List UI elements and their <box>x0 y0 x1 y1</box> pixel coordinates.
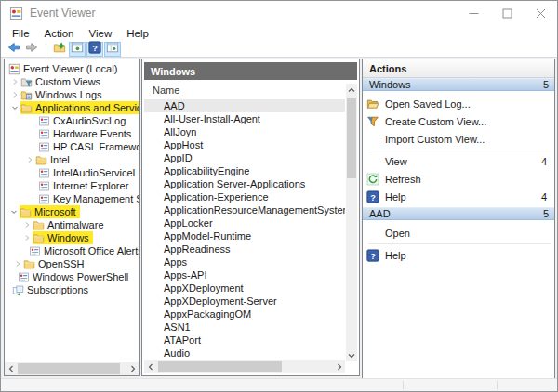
scroll-left-button[interactable] <box>144 360 156 373</box>
tree-item-label: Intel <box>50 154 70 165</box>
list-item[interactable]: AppReadiness <box>144 242 345 255</box>
list-item[interactable]: Apps <box>144 255 345 268</box>
chevron-collapsed-icon[interactable] <box>12 258 23 269</box>
event-log-icon <box>38 167 50 179</box>
collapse-glyph[interactable]: 5 <box>543 208 549 219</box>
tree-item-custom-views[interactable]: Custom Views <box>5 75 139 88</box>
collapse-glyph[interactable]: 5 <box>543 79 549 90</box>
list-item[interactable]: AppLocker <box>144 216 345 229</box>
tree-item-cxaudiosvclog[interactable]: CxAudioSvcLog <box>5 114 139 127</box>
list-horizontal-scrollbar[interactable] <box>144 360 345 373</box>
chevron-collapsed-icon[interactable] <box>24 154 35 165</box>
list-item[interactable]: Audio <box>144 346 345 359</box>
tree-item-event-viewer-local[interactable]: Event Viewer (Local) <box>5 62 139 75</box>
help-button[interactable]: ? <box>86 42 103 57</box>
tree-item-hp-casl-framework[interactable]: HP CASL Framework <box>5 140 139 153</box>
tree-item-windows[interactable]: Windows <box>5 231 139 244</box>
scroll-left-button[interactable] <box>5 362 17 375</box>
back-button[interactable] <box>6 42 22 57</box>
menu-item-view[interactable]: View <box>82 26 120 41</box>
list-item[interactable]: ATAPort <box>144 333 345 346</box>
action-item-import-custom-view[interactable]: Import Custom View... <box>363 130 554 148</box>
menu-item-help[interactable]: Help <box>119 26 156 41</box>
export-folder-button[interactable] <box>51 42 68 57</box>
chevron-expanded-icon[interactable] <box>8 206 20 217</box>
tree-item-label: Microsoft Office Alerts <box>44 245 139 256</box>
folder-icon <box>20 102 33 114</box>
list-item[interactable]: AppxPackagingOM <box>144 307 345 320</box>
tree-item-openssh[interactable]: OpenSSH <box>5 257 139 270</box>
menu-item-action[interactable]: Action <box>37 26 82 41</box>
action-item-view[interactable]: View4 <box>363 152 554 170</box>
list-item[interactable]: All-User-Install-Agent <box>144 112 345 125</box>
list-item[interactable]: ApplicabilityEngine <box>144 164 345 177</box>
tree-item-internet-explorer[interactable]: Internet Explorer <box>5 179 139 192</box>
tree-item-label: Hardware Events <box>53 128 131 139</box>
list-item[interactable]: Application Server-Applications <box>144 177 345 190</box>
forward-button[interactable] <box>23 42 40 57</box>
scrollbar-thumb[interactable] <box>18 363 120 374</box>
chevron-collapsed-icon[interactable] <box>21 232 33 243</box>
scroll-right-button[interactable] <box>333 360 345 373</box>
list-item[interactable]: AppXDeployment-Server <box>144 294 345 307</box>
list-item[interactable]: AppXDeployment <box>144 281 345 294</box>
console-window-button[interactable] <box>69 42 86 57</box>
list-item[interactable]: ASN1 <box>144 320 345 333</box>
tree-item-intelaudioservicelog[interactable]: IntelAudioServiceLog <box>5 166 139 179</box>
scroll-down-button[interactable] <box>346 349 357 361</box>
scroll-down-icon <box>348 352 355 359</box>
list-item[interactable]: Application-Experience <box>144 190 345 203</box>
tree-item-key-management-service[interactable]: Key Management Service <box>5 192 139 205</box>
list-item[interactable]: AllJoyn <box>144 125 345 138</box>
tree-item-hardware-events[interactable]: Hardware Events <box>5 127 139 140</box>
scroll-up-button[interactable] <box>346 84 357 96</box>
action-item-help[interactable]: ?Help4 <box>363 188 554 205</box>
close-button[interactable] <box>524 1 557 25</box>
action-group-header-windows[interactable]: Windows5 <box>363 78 554 91</box>
tree-item-windows-powershell[interactable]: Windows PowerShell <box>5 270 139 283</box>
minimize-button[interactable] <box>457 1 490 25</box>
tree-item-intel[interactable]: Intel <box>5 153 139 166</box>
action-item-refresh[interactable]: Refresh <box>363 170 554 188</box>
folder-icon <box>23 258 35 270</box>
name-column-header[interactable]: Name <box>144 82 345 98</box>
menu-item-file[interactable]: File <box>5 26 37 41</box>
action-group-header-aad[interactable]: AAD5 <box>363 207 554 220</box>
action-item-help[interactable]: ?Help <box>363 246 554 264</box>
event-log-icon <box>38 141 50 153</box>
open-saved-log-icon <box>366 98 379 111</box>
toolbar-divider <box>46 44 46 56</box>
list-item[interactable]: AppHost <box>144 138 345 151</box>
chevron-collapsed-icon[interactable] <box>21 219 33 230</box>
scrollbar-thumb[interactable] <box>158 361 282 372</box>
tree-item-applications-and-services-logs[interactable]: Applications and Services Logs <box>5 101 139 114</box>
tree-item-microsoft-office-alerts[interactable]: Microsoft Office Alerts <box>5 244 139 257</box>
folder-list-panel: Windows Name AADAll-User-Install-AgentAl… <box>141 59 360 376</box>
list-item[interactable]: Apps-API <box>144 268 345 281</box>
console-panes-button[interactable] <box>104 42 121 57</box>
action-item-label: Open Saved Log... <box>385 98 471 110</box>
chevron-expanded-icon[interactable] <box>9 102 20 113</box>
back-icon <box>7 41 20 58</box>
tree-item-label: HP CASL Framework <box>53 141 139 152</box>
action-item-label: Open <box>385 228 410 239</box>
tree-item-microsoft[interactable]: Microsoft <box>5 205 139 218</box>
tree-horizontal-scrollbar[interactable] <box>5 362 139 375</box>
list-vertical-scrollbar[interactable] <box>346 84 357 361</box>
maximize-button[interactable] <box>490 1 524 25</box>
list-item[interactable]: AAD <box>144 99 345 112</box>
action-item-create-custom-view[interactable]: Create Custom View... <box>363 112 554 130</box>
chevron-collapsed-icon[interactable] <box>9 89 20 100</box>
list-item[interactable]: ApplicationResourceManagementSystem <box>144 203 345 216</box>
action-item-open-saved-log[interactable]: Open Saved Log... <box>363 95 554 112</box>
tree-item-subscriptions[interactable]: Subscriptions <box>5 283 139 296</box>
list-item[interactable]: AppModel-Runtime <box>144 229 345 242</box>
scroll-right-button[interactable] <box>126 362 139 375</box>
chevron-collapsed-icon[interactable] <box>9 76 20 87</box>
list-item[interactable]: AppID <box>144 151 345 164</box>
action-group-title: Windows <box>369 79 411 90</box>
tree-item-windows-logs[interactable]: Windows Logs <box>5 88 139 101</box>
action-item-open[interactable]: Open <box>363 224 554 242</box>
tree-item-antimalware[interactable]: Antimalware <box>5 218 139 231</box>
scrollbar-thumb[interactable] <box>347 98 356 178</box>
